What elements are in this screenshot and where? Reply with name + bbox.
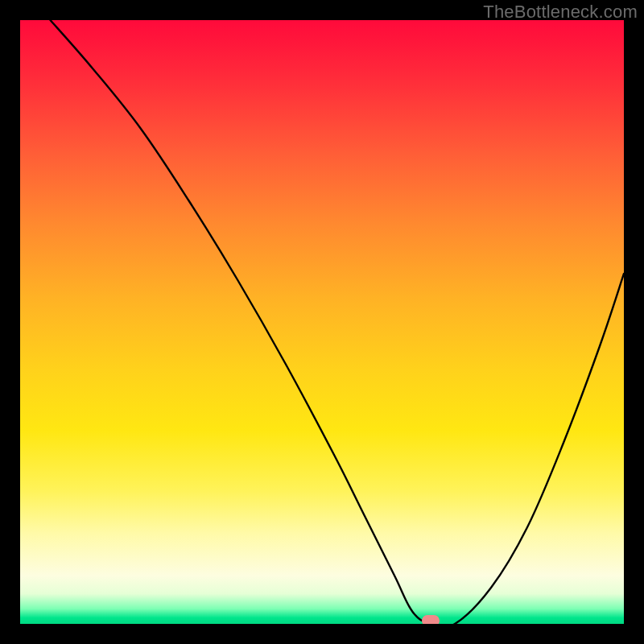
bottleneck-curve (20, 20, 624, 624)
optimal-point-marker (422, 615, 440, 624)
plot-area (20, 20, 624, 624)
watermark-text: TheBottleneck.com (483, 2, 638, 23)
curve-path (51, 20, 625, 624)
chart-frame: TheBottleneck.com (0, 0, 644, 644)
